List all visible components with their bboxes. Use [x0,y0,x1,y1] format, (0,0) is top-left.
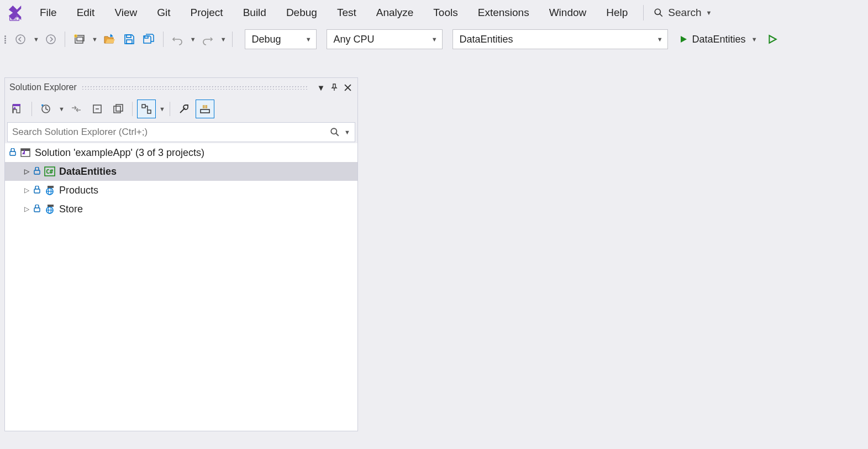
platform-label: Any CPU [334,34,375,45]
svg-rect-33 [34,189,40,193]
drag-grip-icon[interactable] [81,85,309,90]
preview-selected-button[interactable] [196,100,214,118]
separator [31,102,32,116]
web-project-icon [44,203,56,215]
panel-title-bar[interactable]: Solution Explorer ▼ [5,78,357,97]
undo-button[interactable] [169,31,186,48]
window-options-icon[interactable]: ▼ [315,82,327,93]
expand-icon[interactable]: ▷ [23,205,30,213]
separator [232,32,233,47]
nav-forward-button[interactable] [43,31,59,48]
main-toolbar: ▼ ▼ ▼ ▼ Debug ▼ Any CPU ▼ DataEntities ▼… [0,25,868,53]
separator [170,102,170,116]
chevron-down-icon[interactable]: ▼ [190,36,196,43]
nav-back-button[interactable] [12,31,29,48]
svg-rect-19 [148,110,151,113]
collapse-all-button[interactable] [88,100,107,118]
expand-icon[interactable]: ▷ [23,186,30,194]
panel-toolbar: ▼ ▼ [5,97,357,121]
startup-project-dropdown[interactable]: DataEntities ▼ [453,29,668,49]
solution-search[interactable]: ▼ [7,122,355,142]
save-all-button[interactable] [141,31,157,48]
open-file-button[interactable] [101,31,118,48]
project-label: Products [59,185,98,196]
menu-extensions[interactable]: Extensions [468,2,539,23]
svg-rect-38 [34,208,40,212]
chevron-down-icon: ▼ [706,9,712,16]
svg-rect-16 [114,106,120,113]
global-search[interactable]: Search ▼ [649,4,716,21]
search-icon [654,8,664,18]
menu-project[interactable]: Project [181,2,233,23]
show-all-files-button[interactable] [109,100,128,118]
svg-rect-42 [48,205,54,207]
project-node-store[interactable]: ▷ Store [5,200,357,218]
menu-analyze[interactable]: Analyze [366,2,424,23]
platform-dropdown[interactable]: Any CPU ▼ [327,29,443,49]
svg-rect-26 [10,152,15,155]
configuration-dropdown[interactable]: Debug ▼ [245,29,317,49]
svg-text:PRE: PRE [11,17,18,20]
svg-rect-11 [145,36,148,38]
menu-view[interactable]: View [104,2,147,23]
svg-point-24 [331,128,336,134]
project-node-dataentities[interactable]: ▷ C# DataEntities [5,162,357,181]
lock-icon [34,186,40,195]
expand-icon[interactable]: ▷ [23,168,30,175]
pending-changes-filter-button[interactable] [36,100,55,118]
menu-test[interactable]: Test [327,2,366,23]
chevron-down-icon: ▼ [657,36,663,43]
web-project-icon [44,184,56,196]
chevron-down-icon[interactable]: ▼ [92,36,98,43]
svg-rect-9 [127,35,131,38]
chevron-down-icon[interactable]: ▼ [33,36,39,43]
configuration-label: Debug [252,34,281,45]
save-button[interactable] [121,31,138,48]
svg-rect-29 [24,150,25,153]
chevron-down-icon[interactable]: ▼ [220,36,227,43]
menu-window[interactable]: Window [539,2,597,23]
close-icon[interactable] [342,82,353,93]
solution-explorer-panel: Solution Explorer ▼ ▼ ▼ [4,77,358,431]
separator [132,102,133,116]
solution-search-input[interactable] [12,127,330,138]
chevron-down-icon: ▼ [432,36,438,43]
play-icon [679,35,688,44]
menu-debug[interactable]: Debug [276,2,327,23]
svg-line-25 [336,133,339,136]
track-active-item-button[interactable] [137,100,156,118]
menu-git[interactable]: Git [147,2,180,23]
startup-project-label: DataEntities [460,34,513,45]
project-node-products[interactable]: ▷ Products [5,181,357,200]
start-without-debug-button[interactable] [764,31,781,48]
sync-with-active-button[interactable] [67,100,86,118]
pin-icon[interactable] [329,82,340,93]
global-search-label: Search [668,7,701,19]
lock-icon [9,148,16,158]
solution-tree[interactable]: Solution 'exampleApp' (3 of 3 projects) … [5,143,357,431]
project-label: DataEntities [59,166,117,177]
chevron-down-icon[interactable]: ▼ [344,129,350,135]
menu-edit[interactable]: Edit [67,2,105,23]
redo-button[interactable] [199,31,216,48]
chevron-down-icon[interactable]: ▼ [59,106,65,112]
svg-rect-37 [48,186,54,188]
chevron-down-icon[interactable]: ▼ [159,106,165,112]
menu-separator [643,5,644,20]
menu-build[interactable]: Build [233,2,276,23]
vs-logo-icon: PRE [4,2,25,23]
drag-handle-icon [4,35,8,44]
search-icon [330,127,340,137]
properties-button[interactable] [175,100,193,118]
csharp-project-icon: C# [44,165,56,177]
menu-tools[interactable]: Tools [423,2,467,23]
solution-node[interactable]: Solution 'exampleApp' (3 of 3 projects) [5,143,357,162]
solution-icon [19,147,31,159]
start-debug-button[interactable]: DataEntities ▼ [679,34,757,45]
new-project-button[interactable] [71,31,87,48]
solution-label: Solution 'exampleApp' (3 of 3 projects) [35,147,204,159]
home-button[interactable] [8,100,27,118]
menu-file[interactable]: File [30,2,67,23]
svg-point-5 [46,35,55,44]
menu-help[interactable]: Help [596,2,638,23]
